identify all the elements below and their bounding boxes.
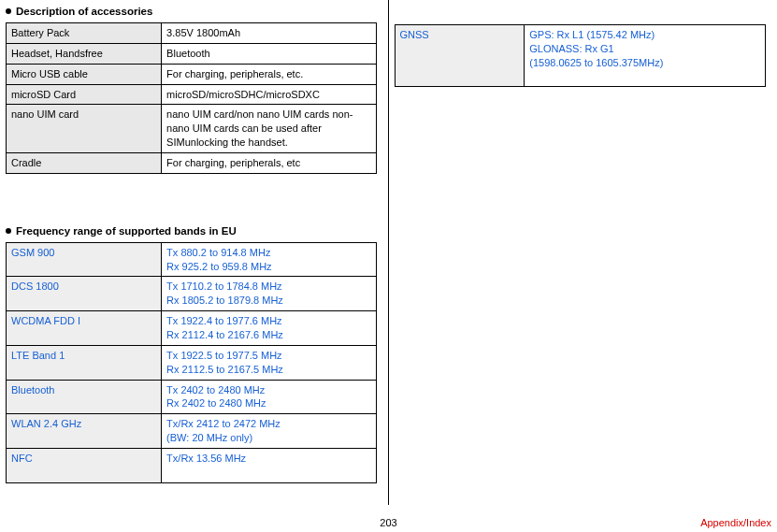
table-row: Headset, HandsfreeBluetooth — [7, 43, 377, 64]
freq-label: Bluetooth — [7, 380, 162, 414]
accessories-heading: Description of accessories — [6, 6, 377, 17]
acc-value: microSD/microSDHC/microSDXC — [162, 84, 376, 105]
acc-value: nano UIM card/non nano UIM cards non-nan… — [162, 105, 376, 153]
table-row: WLAN 2.4 GHzTx/Rx 2412 to 2472 MHz(BW: 2… — [7, 414, 377, 449]
gnss-value: GPS: Rx L1 (1575.42 MHz)GLONASS: Rx G1 (… — [525, 25, 766, 87]
page-number: 203 — [380, 517, 396, 528]
acc-label: Battery Pack — [7, 23, 162, 44]
freq-value: Tx 1922.5 to 1977.5 MHzRx 2112.5 to 2167… — [162, 345, 376, 380]
table-row: GSM 900Tx 880.2 to 914.8 MHzRx 925.2 to … — [7, 242, 377, 277]
table-row: LTE Band 1Tx 1922.5 to 1977.5 MHzRx 2112… — [7, 345, 377, 380]
table-row: DCS 1800Tx 1710.2 to 1784.8 MHzRx 1805.2… — [7, 277, 377, 311]
acc-value: For charging, peripherals, etc. — [162, 64, 376, 84]
gnss-label: GNSS — [395, 25, 525, 87]
table-row: Micro USB cableFor charging, peripherals… — [7, 64, 377, 84]
acc-label: Headset, Handsfree — [7, 43, 162, 64]
footer: 203 Appendix/Index — [0, 517, 777, 528]
freq-label: LTE Band 1 — [7, 345, 162, 380]
frequency-heading: Frequency range of supported bands in EU — [6, 225, 377, 237]
table-row: GNSS GPS: Rx L1 (1575.42 MHz)GLONASS: Rx… — [395, 25, 766, 87]
freq-value: Tx/Rx 2412 to 2472 MHz(BW: 20 MHz only) — [162, 414, 376, 449]
acc-label: microSD Card — [7, 84, 162, 105]
freq-label: WCDMA FDD I — [7, 311, 162, 346]
bullet-icon — [6, 228, 11, 234]
acc-label: nano UIM card — [7, 105, 162, 153]
freq-value: Tx 1922.4 to 1977.6 MHzRx 2112.4 to 2167… — [162, 311, 376, 346]
table-row: BluetoothTx 2402 to 2480 MHzRx 2402 to 2… — [7, 380, 377, 414]
freq-value: Tx 1710.2 to 1784.8 MHzRx 1805.2 to 1879… — [162, 277, 376, 311]
freq-label: DCS 1800 — [7, 277, 162, 311]
appendix-link[interactable]: Appendix/Index — [700, 517, 771, 528]
table-row: NFCTx/Rx 13.56 MHz — [7, 448, 377, 482]
table-row: nano UIM cardnano UIM card/non nano UIM … — [7, 105, 377, 153]
table-row: Battery Pack3.85V 1800mAh — [7, 23, 377, 44]
acc-value: 3.85V 1800mAh — [162, 23, 376, 44]
accessories-heading-text: Description of accessories — [16, 6, 152, 17]
freq-label: NFC — [7, 448, 162, 482]
acc-value: For charging, peripherals, etc — [162, 152, 376, 173]
freq-value: Tx 2402 to 2480 MHzRx 2402 to 2480 MHz — [162, 380, 376, 414]
table-row: CradleFor charging, peripherals, etc — [7, 152, 377, 173]
freq-label: GSM 900 — [7, 242, 162, 277]
accessories-table: Battery Pack3.85V 1800mAhHeadset, Handsf… — [6, 22, 377, 174]
table-row: microSD CardmicroSD/microSDHC/microSDXC — [7, 84, 377, 105]
frequency-heading-text: Frequency range of supported bands in EU — [16, 225, 237, 237]
frequency-table: GSM 900Tx 880.2 to 914.8 MHzRx 925.2 to … — [6, 242, 377, 483]
acc-value: Bluetooth — [162, 43, 376, 64]
freq-value: Tx 880.2 to 914.8 MHzRx 925.2 to 959.8 M… — [162, 242, 376, 277]
acc-label: Micro USB cable — [7, 64, 162, 84]
table-row: WCDMA FDD ITx 1922.4 to 1977.6 MHzRx 211… — [7, 311, 377, 346]
gnss-table: GNSS GPS: Rx L1 (1575.42 MHz)GLONASS: Rx… — [395, 24, 767, 87]
bullet-icon — [6, 8, 11, 14]
freq-value: Tx/Rx 13.56 MHz — [162, 448, 376, 482]
acc-label: Cradle — [7, 152, 162, 173]
freq-label: WLAN 2.4 GHz — [7, 414, 162, 449]
